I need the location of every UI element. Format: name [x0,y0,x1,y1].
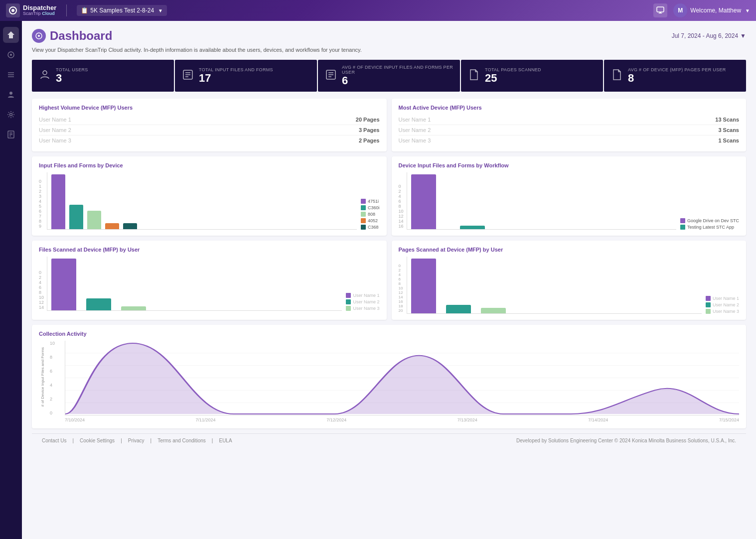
bar-area-4: 20181614121086420 [399,257,702,314]
active-user-value-1: 13 Scans [715,117,739,123]
y-axis-numbers: 0 2 4 6 8 10 [50,341,61,422]
legend-label-user2: User Name 2 [353,299,379,304]
legend-dot-c368 [361,225,366,230]
stat-label-avg-input: Avg # of Device Input Files and Forms pe… [342,65,453,75]
pages-scanned-title: Pages Scanned at Device (MFP) by User [399,247,740,253]
footer-cookies[interactable]: Cookie Settings [80,438,115,443]
sidebar-item-settings[interactable] [3,107,19,123]
bar-area-2: 1614121086420 [399,172,676,230]
stat-value-avg-input: 6 [342,75,453,87]
x-axis-labels: 7/10/2024 7/11/2024 7/12/2024 7/13/2024 … [65,417,739,422]
date-range-text: Jul 7, 2024 - Aug 6, 2024 [672,32,738,39]
legend-stcapp: Testing Latest STC App [680,225,739,230]
legend-label-user2-p: User Name 2 [713,302,739,307]
active-user-name-3: User Name 3 [399,137,431,143]
files-scanned-title: Files Scanned at Device (MFP) by User [39,247,380,253]
bar-gdrive-fill [411,174,436,229]
line-chart-svg [65,341,739,415]
legend-label-808: 808 [368,212,375,217]
bar-user1-files-fill [51,259,76,310]
y-axis-label: # of Device Input Files and Forms [40,357,45,406]
sidebar-item-list[interactable] [3,67,19,83]
stat-value-users: 3 [56,72,88,84]
legend-label-user3: User Name 3 [353,306,379,311]
user-name-2: User Name 2 [39,127,71,133]
footer-terms[interactable]: Terms and Conditions [157,438,206,443]
legend-label-gdrive: Google Drive on Dev STC [687,218,739,223]
legend-dot-user3 [346,306,351,311]
legend-gdrive: Google Drive on Dev STC [680,218,739,223]
legend-label-user1-p: User Name 1 [713,296,739,301]
chat-icon[interactable] [653,3,667,17]
legend-label-stcapp: Testing Latest STC App [687,225,734,230]
sidebar [0,21,22,539]
sidebar-item-users[interactable] [3,87,19,103]
active-user-name-2: User Name 2 [399,127,431,133]
stat-total-users: Total Users 3 [32,60,174,92]
bar-user1-pages-fill [411,259,436,313]
legend-user1-pages: User Name 1 [706,296,739,301]
active-user-row-1: User Name 1 13 Scans [399,115,740,125]
bar-4751i-fill [51,174,65,229]
chart-content-2: 1614121086420 [399,172,740,230]
bars-2 [407,172,676,230]
avg-pages-stat-icon [611,69,623,83]
device-input-chart: Device Input Files and Forms by Workflow… [392,156,747,236]
bar-user2-files [86,298,111,310]
collection-activity-card: Collection Activity # of Device Input Fi… [32,325,746,428]
bar-user3-files-fill [121,306,146,310]
stat-avg-input: Avg # of Device Input Files and Forms pe… [318,60,460,92]
user-chevron-icon: ▼ [745,8,750,13]
legend-dot-user1-p [706,296,711,301]
legend-label-4751i: 4751i [368,199,379,204]
dashboard-icon [32,29,46,43]
nav-divider [66,4,67,16]
charts-row-1: Input Files and Forms by Device 98765432… [32,156,746,236]
y-axis-2: 1614121086420 [399,184,407,230]
legend-dot-c360i [361,205,366,210]
project-selector[interactable]: 📋 5K Samples Test 2-8-24 ▼ [77,5,167,16]
bar-stcapp-fill [460,226,485,229]
footer-privacy[interactable]: Privacy [128,438,145,443]
highest-volume-card: Highest Volume Device (MFP) Users User N… [32,99,387,151]
x-label-5: 7/14/2024 [588,417,608,422]
logo-icon [6,3,20,17]
line-chart-area [65,341,739,415]
user-name-1: User Name 1 [39,117,71,123]
footer-contact[interactable]: Contact Us [42,438,66,443]
collection-activity-title: Collection Activity [39,331,739,337]
svg-point-1 [11,9,14,12]
bar-user2-pages [446,305,471,313]
legend-user3-pages: User Name 3 [706,309,739,314]
svg-point-17 [43,71,47,75]
legend-label-user3-p: User Name 3 [713,309,739,314]
svg-rect-2 [657,7,664,12]
legend-label-user1: User Name 1 [353,293,379,298]
area-fill [65,343,739,414]
input-files-chart-title: Input Files and Forms by Device [39,162,380,168]
footer-eula[interactable]: EULA [219,438,232,443]
bar-4052-fill [105,223,119,229]
legend-dot-stcapp [680,225,685,230]
bar-area-3: 14121086420 [39,257,342,311]
user-menu[interactable]: M Welcome, Matthew ▼ [673,3,750,17]
bar-user3-files [121,306,146,310]
bar-c368 [123,223,137,229]
bar-808 [87,211,101,229]
sidebar-item-reports[interactable] [3,127,19,142]
bar-stcapp [460,226,485,229]
user-value-3: 2 Pages [359,137,380,143]
project-icon: 📋 [81,7,88,14]
date-range-picker[interactable]: Jul 7, 2024 - Aug 6, 2024 ▼ [672,32,746,39]
users-stat-icon [39,69,51,83]
legend-dot-user2 [346,299,351,304]
app-layout: Dashboard Jul 7, 2024 - Aug 6, 2024 ▼ Vi… [0,21,756,539]
sidebar-item-dashboard[interactable] [3,27,19,43]
stat-total-pages: Total Pages Scanned 25 [461,60,603,92]
x-label-6: 7/15/2024 [719,417,739,422]
user-value-1: 20 Pages [356,117,380,123]
legend-dot-808 [361,212,366,217]
legend-user2-files: User Name 2 [346,299,379,304]
chart-content-4: 20181614121086420 [399,257,740,314]
sidebar-item-circle[interactable] [3,47,19,63]
